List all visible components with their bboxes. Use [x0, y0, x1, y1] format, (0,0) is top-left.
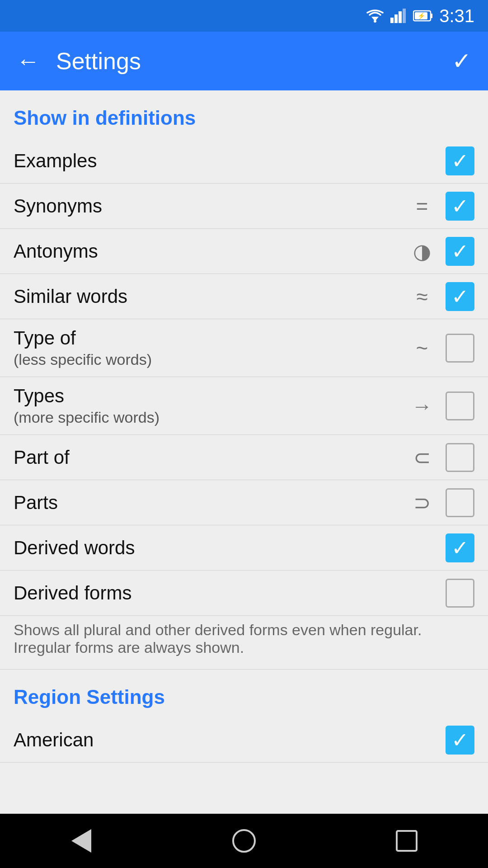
- status-icons: ⚡ 3:31: [366, 6, 474, 26]
- examples-item[interactable]: Examples ✓: [0, 138, 488, 184]
- derived-forms-item[interactable]: Derived forms: [0, 571, 488, 616]
- examples-label-wrap: Examples: [14, 142, 446, 180]
- region-settings-header: Region Settings: [0, 670, 488, 717]
- derived-words-label-wrap: Derived words: [14, 529, 446, 567]
- types-icon: →: [409, 394, 435, 418]
- status-time: 3:31: [439, 6, 474, 26]
- derived-forms-label-wrap: Derived forms: [14, 574, 446, 612]
- type-of-icon: ~: [409, 336, 435, 360]
- types-label: Types: [14, 385, 409, 407]
- similar-words-item[interactable]: Similar words ≈ ✓: [0, 274, 488, 319]
- similar-words-check-icon: ✓: [451, 286, 469, 307]
- derived-words-check-icon: ✓: [451, 538, 469, 558]
- svg-rect-5: [403, 9, 406, 23]
- app-bar: ← Settings ✓: [0, 32, 488, 90]
- american-item[interactable]: American ✓: [0, 717, 488, 763]
- similar-words-checkbox[interactable]: ✓: [446, 282, 474, 311]
- derived-words-checkbox[interactable]: ✓: [446, 533, 474, 562]
- svg-point-1: [374, 20, 376, 23]
- confirm-button[interactable]: ✓: [452, 47, 472, 75]
- synonyms-check-icon: ✓: [451, 196, 469, 217]
- part-of-icon: ⊂: [409, 445, 435, 470]
- antonyms-checkbox[interactable]: ✓: [446, 237, 474, 266]
- back-button[interactable]: ←: [16, 49, 40, 73]
- nav-back-button[interactable]: [59, 818, 104, 863]
- synonyms-icon: =: [409, 194, 435, 218]
- examples-checkbox[interactable]: ✓: [446, 146, 474, 175]
- types-checkbox[interactable]: [446, 392, 474, 420]
- antonyms-label: Antonyms: [14, 241, 409, 262]
- derived-words-label: Derived words: [14, 537, 446, 559]
- nav-home-icon: [232, 829, 256, 853]
- parts-item[interactable]: Parts ⊃: [0, 480, 488, 525]
- similar-words-icon: ≈: [409, 284, 435, 309]
- antonyms-icon: ◑: [409, 239, 435, 264]
- american-check-icon: ✓: [451, 730, 469, 750]
- parts-icon: ⊃: [409, 491, 435, 515]
- american-checkbox[interactable]: ✓: [446, 726, 474, 755]
- synonyms-label: Synonyms: [14, 195, 409, 217]
- antonyms-label-wrap: Antonyms: [14, 232, 409, 270]
- types-sublabel: (more specific words): [14, 409, 409, 426]
- parts-label: Parts: [14, 492, 409, 514]
- examples-label: Examples: [14, 150, 446, 172]
- parts-label-wrap: Parts: [14, 484, 409, 522]
- similar-words-label: Similar words: [14, 286, 409, 307]
- type-of-checkbox[interactable]: [446, 334, 474, 363]
- type-of-sublabel: (less specific words): [14, 351, 409, 368]
- antonyms-check-icon: ✓: [451, 241, 469, 262]
- svg-rect-2: [390, 18, 394, 23]
- derived-forms-label: Derived forms: [14, 582, 446, 604]
- svg-text:⚡: ⚡: [418, 12, 426, 20]
- type-of-label: Type of: [14, 327, 409, 349]
- nav-back-icon: [71, 829, 91, 853]
- signal-icon: [390, 9, 407, 23]
- synonyms-checkbox[interactable]: ✓: [446, 192, 474, 221]
- wifi-icon: [366, 9, 384, 23]
- part-of-checkbox[interactable]: [446, 443, 474, 472]
- nav-recents-icon: [396, 830, 418, 852]
- part-of-label: Part of: [14, 447, 409, 468]
- svg-rect-4: [399, 11, 402, 23]
- nav-recents-button[interactable]: [384, 818, 429, 863]
- derived-words-item[interactable]: Derived words ✓: [0, 525, 488, 571]
- svg-rect-7: [431, 14, 432, 18]
- similar-words-label-wrap: Similar words: [14, 278, 409, 316]
- synonyms-item[interactable]: Synonyms = ✓: [0, 184, 488, 229]
- antonyms-item[interactable]: Antonyms ◑ ✓: [0, 229, 488, 274]
- derived-forms-checkbox[interactable]: [446, 579, 474, 608]
- parts-checkbox[interactable]: [446, 488, 474, 517]
- american-label: American: [14, 729, 446, 751]
- battery-icon: ⚡: [413, 9, 433, 23]
- bottom-spacer: [0, 763, 488, 821]
- examples-check-icon: ✓: [451, 151, 469, 171]
- part-of-label-wrap: Part of: [14, 439, 409, 476]
- app-bar-title: Settings: [56, 47, 452, 75]
- svg-rect-3: [394, 14, 398, 23]
- type-of-label-wrap: Type of (less specific words): [14, 319, 409, 377]
- show-in-definitions-header: Show in definitions: [0, 90, 488, 138]
- types-label-wrap: Types (more specific words): [14, 377, 409, 434]
- nav-home-button[interactable]: [221, 818, 267, 863]
- type-of-item[interactable]: Type of (less specific words) ~: [0, 319, 488, 377]
- part-of-item[interactable]: Part of ⊂: [0, 435, 488, 480]
- derived-forms-description: Shows all plural and other derived forms…: [0, 616, 488, 670]
- nav-bar: [0, 814, 488, 868]
- status-bar: ⚡ 3:31: [0, 0, 488, 32]
- settings-content: Show in definitions Examples ✓ Synonyms …: [0, 90, 488, 821]
- synonyms-label-wrap: Synonyms: [14, 187, 409, 225]
- types-item[interactable]: Types (more specific words) →: [0, 377, 488, 435]
- american-label-wrap: American: [14, 721, 446, 759]
